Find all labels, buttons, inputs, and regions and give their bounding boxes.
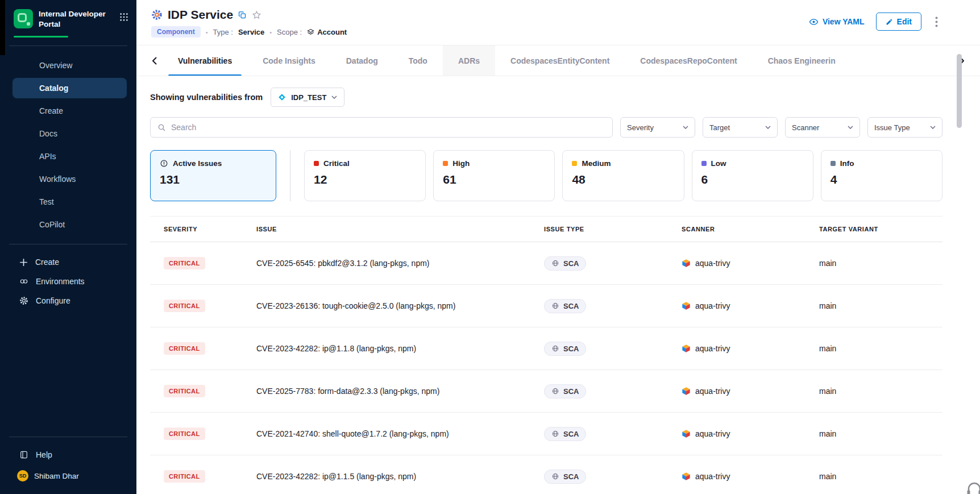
severity-badge: CRITICAL	[164, 300, 205, 312]
table-row[interactable]: CRITICAL CVE-2023-26136: tough-cookie@2.…	[150, 285, 942, 327]
project-dropdown[interactable]: IDP_TEST	[271, 88, 344, 107]
sca-icon	[551, 472, 559, 480]
search-input[interactable]	[171, 123, 605, 132]
severity-filter[interactable]: Severity	[620, 117, 695, 138]
low-color-swatch	[701, 161, 707, 166]
view-yaml-button[interactable]: View YAML	[809, 17, 865, 27]
search-box	[150, 117, 613, 138]
idp-logo	[14, 9, 33, 28]
issue-type-badge: SCA	[544, 256, 586, 271]
scanner-cell: aqua-trivy	[682, 429, 819, 438]
table-row[interactable]: CRITICAL CVE-2025-7783: form-data@2.3.3 …	[150, 370, 942, 413]
apps-grid-icon[interactable]	[119, 13, 128, 22]
app-window: Internal Developer Portal Overview Catal…	[0, 0, 980, 494]
scanner-cell: aqua-trivy	[682, 259, 819, 268]
divider	[9, 437, 127, 437]
info-card[interactable]: Info 4	[821, 150, 942, 201]
table-row[interactable]: CRITICAL CVE-2023-42282: ip@1.1.5 (lang-…	[150, 455, 942, 494]
severity-badge: CRITICAL	[164, 385, 205, 397]
sidebar-item-create[interactable]: Create	[13, 101, 127, 121]
table-header: SEVERITY ISSUE ISSUE TYPE SCANNER TARGET…	[150, 216, 942, 242]
sca-icon	[551, 259, 559, 267]
copy-icon[interactable]	[238, 11, 247, 19]
user-menu[interactable]: SD Shibam Dhar	[0, 464, 136, 488]
trivy-icon	[682, 472, 691, 481]
critical-count: 12	[314, 173, 416, 186]
chevron-down-icon	[930, 126, 936, 129]
search-icon	[157, 123, 166, 132]
entity-header: IDP Service Component Type : Service Sco…	[136, 0, 980, 45]
severity-badge: CRITICAL	[164, 342, 205, 355]
trivy-icon	[682, 344, 691, 353]
more-options-icon[interactable]	[933, 15, 940, 28]
issue-type-filter[interactable]: Issue Type	[867, 117, 942, 138]
service-gear-icon	[151, 9, 163, 20]
issue-text: CVE-2025-7783: form-data@2.3.3 (lang-pkg…	[256, 387, 544, 396]
sidebar-action-environments[interactable]: Environments	[0, 272, 136, 291]
sidebar-item-workflows[interactable]: Workflows	[13, 169, 127, 189]
active-issues-card[interactable]: Active Issues 131	[150, 150, 276, 201]
vulnerabilities-panel: Showing vulnerabilities from IDP_TEST	[136, 88, 980, 494]
left-edge-strip	[0, 0, 5, 55]
divider	[9, 244, 127, 244]
sidebar-action-create[interactable]: Create	[0, 252, 136, 272]
sidebar-footer: Help SD Shibam Dhar	[0, 429, 136, 494]
sidebar-item-test[interactable]: Test	[13, 192, 127, 212]
target-variant: main	[819, 387, 942, 396]
sidebar-item-overview[interactable]: Overview	[13, 55, 127, 76]
vertical-scrollbar[interactable]	[957, 54, 962, 128]
issue-text: CVE-2025-6545: pbkdf2@3.1.2 (lang-pkgs, …	[256, 259, 544, 268]
issue-type-badge: SCA	[544, 470, 586, 484]
table-row[interactable]: CRITICAL CVE-2021-42740: shell-quote@1.7…	[150, 413, 942, 455]
type-value: Service	[238, 28, 264, 36]
sidebar-item-catalog[interactable]: Catalog	[13, 78, 127, 98]
issue-type-badge: SCA	[544, 384, 586, 398]
critical-color-swatch	[314, 161, 319, 166]
scanner-filter[interactable]: Scanner	[785, 117, 860, 138]
sidebar-action-configure[interactable]: Configure	[0, 291, 136, 310]
help-button[interactable]: Help	[0, 445, 136, 464]
table-row[interactable]: CRITICAL CVE-2025-6545: pbkdf2@3.1.2 (la…	[150, 242, 942, 285]
active-issues-count: 131	[160, 173, 267, 186]
scanner-cell: aqua-trivy	[682, 387, 819, 396]
support-headset-icon[interactable]	[966, 480, 980, 494]
user-name: Shibam Dhar	[34, 472, 79, 480]
column-issue-type: ISSUE TYPE	[544, 226, 682, 233]
tab-adrs[interactable]: ADRs	[443, 45, 495, 76]
issue-text: CVE-2023-42282: ip@1.1.8 (lang-pkgs, npm…	[256, 344, 544, 353]
tab-codespaces-entity-content[interactable]: CodespacesEntityContent	[495, 45, 625, 76]
type-label: Type :	[213, 28, 233, 36]
low-card[interactable]: Low 6	[692, 150, 813, 201]
issue-text: CVE-2021-42740: shell-quote@1.7.2 (lang-…	[256, 429, 544, 438]
main-panel: IDP Service Component Type : Service Sco…	[136, 0, 980, 494]
tab-codespaces-repo-content[interactable]: CodespacesRepoContent	[625, 45, 752, 76]
issue-text: CVE-2023-26136: tough-cookie@2.5.0 (lang…	[256, 301, 544, 310]
critical-card[interactable]: Critical 12	[304, 150, 426, 201]
tab-vulnerabilities[interactable]: Vulnerabilities	[163, 45, 247, 76]
severity-badge: CRITICAL	[164, 470, 205, 483]
high-card[interactable]: High 61	[433, 150, 555, 201]
tab-bar: Vulnerabilities Code Insights Datadog To…	[136, 45, 980, 76]
eye-icon	[809, 17, 819, 27]
medium-card[interactable]: Medium 48	[562, 150, 684, 201]
sidebar-item-docs[interactable]: Docs	[13, 123, 127, 144]
star-icon[interactable]	[252, 10, 261, 20]
high-color-swatch	[443, 161, 448, 166]
issue-type-badge: SCA	[544, 427, 586, 441]
brand-title: Internal Developer Portal	[39, 9, 106, 29]
chevron-left-icon[interactable]	[147, 53, 163, 69]
tab-todo[interactable]: Todo	[393, 45, 443, 76]
chevron-down-icon	[848, 126, 853, 129]
brand-accent-line	[14, 36, 68, 38]
tab-datadog[interactable]: Datadog	[331, 45, 393, 76]
pencil-icon	[886, 18, 893, 26]
project-icon	[278, 93, 286, 101]
tab-chaos-engineering[interactable]: Chaos Engineerin	[753, 45, 851, 76]
tab-code-insights[interactable]: Code Insights	[247, 45, 331, 76]
sidebar-item-copilot[interactable]: CoPilot	[13, 214, 127, 235]
table-row[interactable]: CRITICAL CVE-2023-42282: ip@1.1.8 (lang-…	[150, 327, 942, 370]
sca-icon	[551, 387, 559, 395]
sidebar-item-apis[interactable]: APIs	[13, 146, 127, 167]
edit-button[interactable]: Edit	[876, 13, 921, 31]
target-filter[interactable]: Target	[703, 117, 778, 138]
